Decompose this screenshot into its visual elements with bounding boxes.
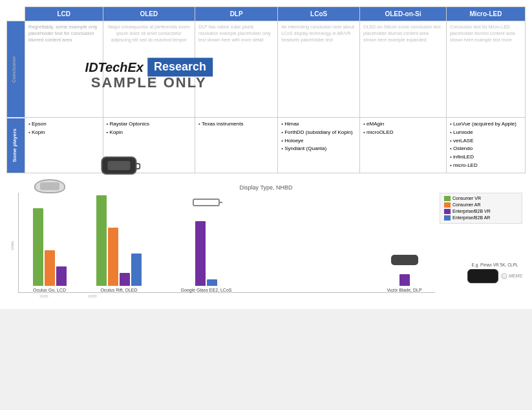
bar-green-oculus-go	[33, 208, 43, 286]
bar-blue-google-glass	[207, 279, 217, 286]
oculus-go-bars	[33, 208, 67, 286]
bar-purple-oculus-go	[56, 266, 67, 286]
conclusion-header: Conclusion	[7, 21, 25, 118]
bar-orange-oculus-rift	[108, 228, 118, 286]
oculus-rift-device	[101, 156, 137, 175]
legend-color-consumer-ar	[444, 202, 451, 208]
bar-green-oculus-rift	[96, 195, 107, 286]
google-glass-bars	[195, 221, 217, 286]
players-micro-led: LuxVue (acquired by Apple) Lumiode verLA…	[446, 118, 525, 173]
legend-label-enterprise-ar: Enterprise/B2B AR	[452, 215, 490, 220]
google-glass-label: Google Glass EE2, LCoS	[177, 288, 235, 292]
legend-label-enterprise-vr: Enterprise/B2B VR	[452, 209, 491, 213]
vuzix-label: Vuzix Blade, DLP	[380, 288, 429, 292]
col-oled-on-si: OLED-on-Si	[360, 7, 447, 21]
conclusion-oled-on-si: OLED-on-Silicon some conclusion text pla…	[360, 21, 447, 118]
players-oled-on-si: eMAgin microOLED	[360, 118, 447, 173]
players-header: Some players	[7, 118, 25, 173]
idtechex-brand: IDTechEx	[85, 59, 144, 76]
chart-group-oculus-rift: Oculus Rift, OLED	[93, 195, 145, 292]
legend-color-consumer-vr	[444, 196, 451, 201]
col-dlp: DLP	[195, 7, 278, 21]
legend-item-enterprise-ar: Enterprise/B2B AR	[444, 215, 518, 221]
conclusion-lcos: An interesting conclusion note about LCo…	[278, 21, 360, 118]
y-axis-label: Units	[10, 241, 14, 250]
research-badge: Research	[147, 58, 213, 76]
bar-purple-oculus-rift	[120, 273, 130, 286]
legend-color-enterprise-vr	[444, 209, 451, 214]
legend-label-consumer-ar: Consumer AR	[452, 202, 481, 207]
legend-color-enterprise-ar	[444, 215, 451, 221]
col-lcd: LCD	[25, 7, 103, 21]
chart-group-google-glass: Google Glass EE2, LCoS	[177, 221, 235, 292]
conclusion-row: Conclusion Regrettably, some example onl…	[7, 21, 526, 118]
players-dlp: Texas instruments	[195, 118, 278, 173]
vuzix-bars	[399, 274, 410, 286]
pimax-label: E.g. Pimax VR 5K, CLPL	[467, 263, 522, 267]
oculus-go-label: Oculus Go, LCD	[25, 288, 74, 292]
oculus-rift-bars	[96, 195, 142, 286]
conclusion-oled: Nequi consequuntur at perferendis lorem …	[103, 21, 195, 118]
legend-item-consumer-vr: Consumer VR	[444, 196, 518, 201]
watermark: IDTechEx Research	[85, 58, 213, 76]
vuzix-device	[391, 255, 418, 265]
comparison-table: LCD OLED DLP LCoS OLED-on-Si Micro-LED C…	[6, 6, 526, 173]
chart-legend: Consumer VR Consumer AR Enterprise/B2B V…	[440, 193, 522, 224]
legend-item-consumer-ar: Consumer AR	[444, 202, 518, 208]
col-oled: OLED	[103, 7, 195, 21]
chart-title: Display Type, NHBD	[6, 184, 526, 191]
bar-orange-oculus-go	[45, 250, 55, 286]
legend-item-enterprise-vr: Enterprise/B2B VR	[444, 209, 518, 214]
page-wrapper: LCD OLED DLP LCoS OLED-on-Si Micro-LED C…	[0, 0, 532, 309]
legend-label-consumer-vr: Consumer VR	[452, 196, 481, 200]
google-glass-device	[193, 199, 220, 206]
col-micro-led: Micro-LED	[446, 7, 525, 21]
svg-text:⚙: ⚙	[503, 275, 505, 278]
bar-blue-oculus-rift	[131, 254, 142, 286]
players-row: Some players Epson Kopin Raystar Optonic…	[7, 118, 526, 173]
oculus-rift-label: Oculus Rift, OLED	[93, 288, 145, 292]
chart-right-panel: Consumer VR Consumer AR Enterprise/B2B V…	[435, 193, 526, 299]
bar-purple-google-glass	[195, 221, 206, 286]
chart-group-oculus-go: Oculus Go, LCD	[25, 208, 74, 292]
pimax-section: E.g. Pimax VR 5K, CLPL ⚙ MEMS	[467, 263, 522, 283]
bar-purple-vuzix	[399, 274, 410, 286]
mems-badge: ⚙ MEMS	[501, 273, 522, 279]
players-lcd: Epson Kopin	[25, 118, 103, 173]
x-axis-labels: 2020 2020	[18, 293, 435, 299]
chart-group-vuzix: Vuzix Blade, DLP	[380, 274, 429, 292]
chart-section: Display Type, NHBD Units	[6, 181, 526, 303]
conclusion-micro-led: Conclusion text for Micro-LED placeholde…	[446, 21, 525, 118]
pimax-device	[467, 269, 498, 283]
oculus-go-device	[34, 179, 65, 193]
players-lcos: Himax ForthDD (subsidiary of Kopin) Holo…	[278, 118, 360, 173]
col-lcos: LCoS	[278, 7, 360, 21]
